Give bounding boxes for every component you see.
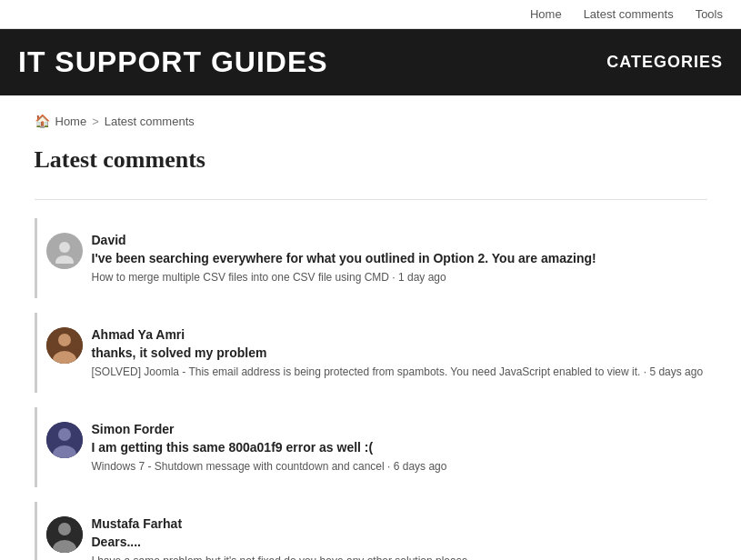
breadcrumb-separator: > (92, 115, 99, 128)
comment-item: Mustafa Farhat Dears.... I have a same p… (35, 502, 707, 560)
comment-text: I am getting this same 800a01f9 error as… (92, 440, 707, 455)
comment-body: Mustafa Farhat Dears.... I have a same p… (92, 516, 707, 560)
comment-meta: [SOLVED] Joomla - This email address is … (92, 365, 707, 378)
comment-text: thanks, it solved my problem (92, 345, 707, 360)
comments-list: David I've been searching everywhere for… (35, 218, 707, 560)
comment-article-link[interactable]: I have a same problem but it's not fixed… (92, 555, 468, 560)
avatar (46, 327, 83, 364)
comment-item: David I've been searching everywhere for… (35, 218, 707, 298)
comment-item: Ahmad Ya Amri thanks, it solved my probl… (35, 313, 707, 393)
comment-author: Ahmad Ya Amri (92, 327, 707, 342)
breadcrumb-home[interactable]: Home (55, 115, 87, 128)
comment-article-link[interactable]: [SOLVED] Joomla - This email address is … (92, 365, 641, 378)
nav-home[interactable]: Home (530, 7, 562, 21)
comment-time: 6 days ago (394, 460, 447, 473)
comment-article-link[interactable]: How to merge multiple CSV files into one… (92, 271, 389, 284)
svg-point-1 (55, 255, 74, 264)
comment-body: Ahmad Ya Amri thanks, it solved my probl… (92, 327, 707, 378)
svg-point-0 (59, 242, 70, 253)
svg-point-6 (58, 428, 71, 441)
categories-button[interactable]: CATEGORIES (606, 53, 723, 72)
nav-latest-comments[interactable]: Latest comments (584, 7, 674, 21)
avatar (46, 422, 83, 458)
comment-time-separator: · (387, 460, 394, 473)
comment-time: 5 days ago (649, 365, 703, 378)
comment-time: 1 day ago (398, 271, 446, 284)
top-navigation: Home Latest comments Tools (0, 0, 741, 29)
nav-tools[interactable]: Tools (696, 7, 723, 21)
home-icon: 🏠 (35, 114, 50, 128)
page-title: Latest comments (35, 146, 707, 174)
comment-meta: Windows 7 - Shutdown message with countd… (92, 460, 707, 473)
comment-meta: I have a same problem but it's not fixed… (92, 555, 707, 560)
avatar (46, 233, 83, 269)
comment-time-separator: · (392, 271, 398, 284)
comment-author: David (92, 233, 707, 247)
avatar (46, 516, 83, 553)
main-content: 🏠 Home > Latest comments Latest comments… (16, 95, 726, 560)
comment-item: Simon Forder I am getting this same 800a… (35, 407, 707, 487)
site-title: IT SUPPORT GUIDES (18, 45, 328, 79)
comment-text: Dears.... (92, 535, 707, 549)
site-header: IT SUPPORT GUIDES CATEGORIES (0, 29, 741, 95)
svg-point-9 (58, 523, 71, 535)
comment-article-link[interactable]: Windows 7 - Shutdown message with countd… (92, 460, 385, 473)
breadcrumb-current: Latest comments (105, 115, 195, 128)
comment-author: Mustafa Farhat (92, 516, 707, 531)
comment-body: David I've been searching everywhere for… (92, 233, 707, 284)
svg-point-3 (58, 334, 71, 346)
comment-body: Simon Forder I am getting this same 800a… (92, 422, 707, 473)
comment-text: I've been searching everywhere for what … (92, 251, 707, 265)
comment-meta: How to merge multiple CSV files into one… (92, 271, 707, 284)
section-divider (35, 199, 707, 200)
breadcrumb: 🏠 Home > Latest comments (35, 114, 707, 128)
comment-author: Simon Forder (92, 422, 707, 436)
